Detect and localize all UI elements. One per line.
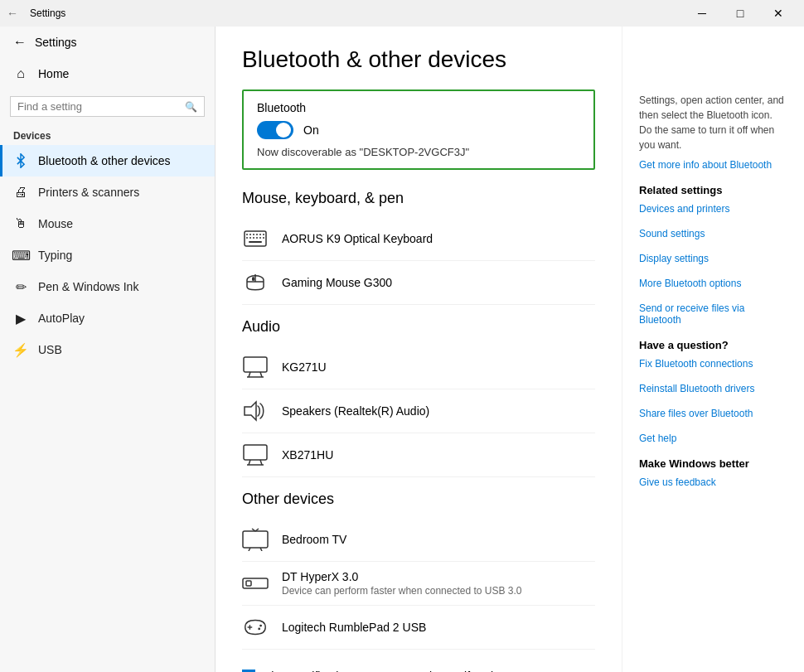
svg-line-24 bbox=[260, 460, 262, 465]
device-name-tv: Bedroom TV bbox=[282, 533, 346, 546]
sidebar-item-label-bluetooth: Bluetooth & other devices bbox=[38, 154, 171, 167]
toggle-label: On bbox=[303, 123, 319, 137]
sidebar-item-autoplay[interactable]: ▶ AutoPlay bbox=[0, 302, 215, 334]
right-panel-description: Settings, open action center, and then s… bbox=[639, 93, 787, 152]
right-panel: Settings, open action center, and then s… bbox=[622, 27, 804, 672]
sidebar-item-label-typing: Typing bbox=[38, 249, 72, 262]
toggle-knob bbox=[276, 123, 291, 138]
device-name-keyboard: AORUS K9 Optical Keyboard bbox=[282, 232, 433, 245]
device-name-monitor1: KG271U bbox=[282, 360, 327, 374]
search-input[interactable] bbox=[17, 100, 180, 113]
gamepad-device-icon bbox=[242, 614, 269, 641]
svg-line-23 bbox=[249, 460, 250, 465]
section-header-audio: Audio bbox=[242, 318, 595, 336]
pen-icon: ✏ bbox=[13, 279, 28, 294]
sidebar-item-label-pen: Pen & Windows Ink bbox=[38, 280, 138, 293]
maximize-button[interactable]: □ bbox=[721, 0, 759, 27]
title-bar: ← Settings ─ □ ✕ bbox=[0, 0, 804, 27]
device-item-monitor1[interactable]: KG271U bbox=[242, 346, 595, 389]
sidebar-home-label: Home bbox=[38, 67, 69, 80]
sidebar-item-pen[interactable]: ✏ Pen & Windows Ink bbox=[0, 271, 215, 302]
device-name-monitor2: XB271HU bbox=[282, 448, 333, 462]
svg-rect-32 bbox=[246, 581, 251, 586]
sidebar-search-box[interactable]: 🔍 bbox=[10, 96, 205, 117]
section-header-mouse-keyboard-pen: Mouse, keyboard, & pen bbox=[242, 190, 595, 207]
sidebar-item-label-mouse: Mouse bbox=[38, 217, 73, 230]
svg-line-18 bbox=[249, 372, 250, 377]
sidebar-item-usb[interactable]: ⚡ USB bbox=[0, 334, 215, 365]
device-item-monitor2[interactable]: XB271HU bbox=[242, 433, 595, 477]
bluetooth-toggle[interactable] bbox=[257, 121, 293, 139]
device-list-mouse-keyboard-pen: AORUS K9 Optical Keyboard Gaming Mouse G… bbox=[242, 217, 595, 305]
svg-rect-26 bbox=[243, 531, 268, 548]
svg-point-35 bbox=[259, 625, 262, 627]
mouse-device-icon bbox=[242, 269, 269, 296]
more-bluetooth-options-link[interactable]: More Bluetooth options bbox=[639, 278, 787, 289]
tv-device-icon bbox=[242, 526, 269, 553]
device-list-other: Bedroom TV DT HyperX 3.0 Device can perf… bbox=[242, 518, 595, 650]
device-item-gamepad[interactable]: Logitech RumblePad 2 USB bbox=[242, 606, 595, 650]
page-title: Bluetooth & other devices bbox=[242, 46, 595, 73]
sidebar-back-button[interactable]: ← Settings bbox=[0, 27, 215, 58]
back-arrow-icon: ← bbox=[13, 35, 27, 50]
share-files-over-bluetooth-link[interactable]: Share files over Bluetooth bbox=[639, 408, 787, 419]
have-a-question-title: Have a question? bbox=[639, 339, 787, 351]
sidebar: ← Settings ⌂ Home 🔍 Devices Bluetooth & … bbox=[0, 27, 216, 672]
fix-bluetooth-connections-link[interactable]: Fix Bluetooth connections bbox=[639, 358, 787, 370]
device-list-audio: KG271U Speakers (Realtek(R) Audio) bbox=[242, 346, 595, 477]
sidebar-item-typing[interactable]: ⌨ Typing bbox=[0, 239, 215, 271]
close-button[interactable]: ✕ bbox=[759, 0, 797, 27]
sidebar-item-mouse[interactable]: 🖱 Mouse bbox=[0, 208, 215, 239]
search-icon: 🔍 bbox=[185, 101, 197, 113]
make-windows-better-title: Make Windows better bbox=[639, 457, 787, 470]
svg-point-36 bbox=[258, 627, 260, 630]
sidebar-item-label-autoplay: AutoPlay bbox=[38, 312, 85, 325]
sidebar-item-printers[interactable]: 🖨 Printers & scanners bbox=[0, 176, 215, 208]
device-name-usb: DT HyperX 3.0 Device can perform faster … bbox=[282, 570, 521, 597]
svg-line-19 bbox=[260, 372, 262, 377]
device-item-usb[interactable]: DT HyperX 3.0 Device can perform faster … bbox=[242, 562, 595, 606]
get-more-info-link[interactable]: Get more info about Bluetooth bbox=[639, 159, 787, 171]
printers-icon: 🖨 bbox=[13, 185, 28, 200]
svg-rect-22 bbox=[244, 445, 267, 460]
display-settings-link[interactable]: Display settings bbox=[639, 253, 787, 264]
keyboard-device-icon bbox=[242, 225, 269, 252]
sound-settings-link[interactable]: Sound settings bbox=[639, 228, 787, 239]
device-name-mouse: Gaming Mouse G300 bbox=[282, 276, 392, 289]
window-title: Settings bbox=[23, 7, 683, 19]
app-content: ← Settings ⌂ Home 🔍 Devices Bluetooth & … bbox=[0, 27, 804, 672]
monitor1-device-icon bbox=[242, 354, 269, 380]
svg-rect-0 bbox=[245, 231, 266, 246]
give-us-feedback-link[interactable]: Give us feedback bbox=[639, 476, 787, 488]
section-header-other-devices: Other devices bbox=[242, 491, 595, 508]
speakers-device-icon bbox=[242, 398, 269, 424]
device-item-mouse[interactable]: Gaming Mouse G300 bbox=[242, 261, 595, 305]
device-item-keyboard[interactable]: AORUS K9 Optical Keyboard bbox=[242, 217, 595, 261]
sidebar-item-bluetooth[interactable]: Bluetooth & other devices bbox=[0, 145, 215, 176]
device-item-tv[interactable]: Bedroom TV bbox=[242, 518, 595, 562]
svg-rect-17 bbox=[244, 357, 267, 372]
bluetooth-discoverable-text: Now discoverable as "DESKTOP-2VGCF3J" bbox=[257, 146, 580, 158]
sidebar-item-label-printers: Printers & scanners bbox=[38, 186, 139, 199]
bluetooth-box-title: Bluetooth bbox=[257, 101, 580, 114]
sidebar-home-button[interactable]: ⌂ Home bbox=[0, 58, 215, 89]
svg-rect-16 bbox=[252, 277, 254, 281]
sidebar-item-label-usb: USB bbox=[38, 343, 62, 356]
bluetooth-toggle-row: On bbox=[257, 121, 580, 139]
device-item-speakers[interactable]: Speakers (Realtek(R) Audio) bbox=[242, 389, 595, 433]
svg-marker-21 bbox=[245, 402, 256, 420]
reinstall-bluetooth-drivers-link[interactable]: Reinstall Bluetooth drivers bbox=[639, 383, 787, 394]
monitor2-device-icon bbox=[242, 442, 269, 468]
window-controls: ─ □ ✕ bbox=[683, 0, 797, 27]
devices-and-printers-link[interactable]: Devices and printers bbox=[639, 203, 787, 215]
bluetooth-icon bbox=[13, 153, 28, 168]
minimize-button[interactable]: ─ bbox=[683, 0, 721, 27]
sidebar-back-label: Settings bbox=[35, 36, 77, 49]
send-receive-files-link[interactable]: Send or receive files via Bluetooth bbox=[639, 302, 787, 326]
device-name-gamepad: Logitech RumblePad 2 USB bbox=[282, 621, 426, 634]
mouse-icon: 🖱 bbox=[13, 216, 28, 231]
main-content: Bluetooth & other devices Bluetooth On N… bbox=[216, 27, 622, 672]
sidebar-section-label: Devices bbox=[0, 123, 215, 145]
get-help-link[interactable]: Get help bbox=[639, 433, 787, 444]
home-icon: ⌂ bbox=[13, 66, 28, 81]
